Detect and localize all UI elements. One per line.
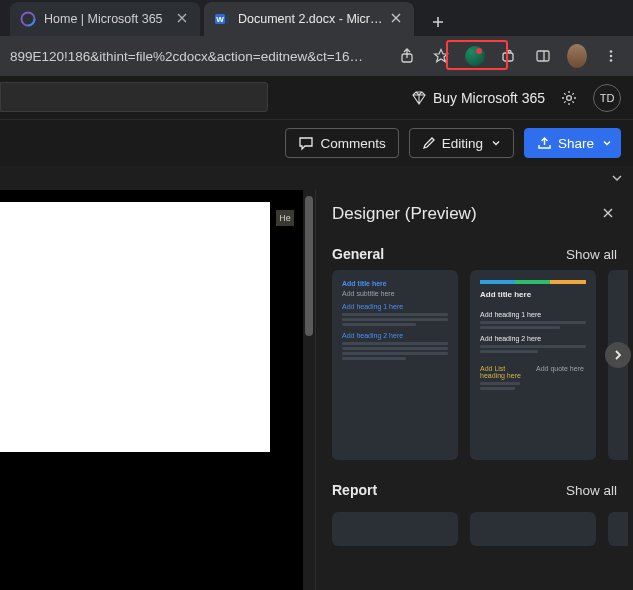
title-area-truncated [0, 82, 268, 112]
designer-pane: Designer (Preview) General Show all Add … [315, 190, 633, 590]
share-arrow-icon [537, 136, 552, 151]
new-tab-button[interactable] [424, 8, 452, 36]
scrollbar-thumb[interactable] [305, 196, 313, 336]
ribbon-collapse-toggle[interactable] [0, 166, 633, 190]
vertical-scrollbar[interactable] [303, 190, 315, 590]
next-templates-button[interactable] [605, 342, 631, 368]
section-name: General [332, 246, 384, 262]
svg-rect-6 [537, 51, 549, 61]
grammarly-extension-icon[interactable] [465, 46, 485, 66]
chevron-down-icon [602, 138, 612, 148]
text-marker: He [276, 210, 294, 226]
svg-point-11 [567, 95, 572, 100]
svg-rect-4 [225, 14, 229, 24]
account-badge[interactable]: TD [593, 84, 621, 112]
browser-tab-home[interactable]: Home | Microsoft 365 [10, 2, 200, 36]
template-card[interactable]: Add title here Add subtitle here Add hea… [332, 270, 458, 460]
show-all-report[interactable]: Show all [566, 483, 617, 498]
profile-avatar[interactable] [567, 46, 587, 66]
template-card[interactable] [470, 512, 596, 546]
browser-tab-document[interactable]: W Document 2.docx - Microsoft W [204, 2, 414, 36]
close-pane-button[interactable] [601, 206, 617, 222]
tab-title: Document 2.docx - Microsoft W [238, 12, 384, 26]
svg-point-10 [610, 59, 613, 62]
browser-tab-strip: Home | Microsoft 365 W Document 2.docx -… [0, 0, 633, 36]
svg-point-9 [610, 55, 613, 58]
show-all-general[interactable]: Show all [566, 247, 617, 262]
accent-bar [480, 280, 586, 284]
section-general-header: General Show all [316, 238, 633, 270]
address-bar-actions [391, 46, 627, 66]
tab-title: Home | Microsoft 365 [44, 12, 170, 26]
address-bar: 899E120!186&ithint=file%2cdocx&action=ed… [0, 36, 633, 76]
template-card[interactable]: Add title here Add heading 1 here Add he… [470, 270, 596, 460]
main-content: He Designer (Preview) General Show all A… [0, 190, 633, 590]
buy-microsoft-365-link[interactable]: Buy Microsoft 365 [411, 90, 545, 106]
share-page-icon[interactable] [397, 46, 417, 66]
section-name: Report [332, 482, 377, 498]
chevron-down-icon [491, 138, 501, 148]
template-card[interactable] [332, 512, 458, 546]
word-icon: W [214, 11, 230, 27]
svg-text:W: W [216, 15, 224, 24]
report-templates-row [316, 506, 633, 546]
premium-diamond-icon [411, 90, 427, 106]
kebab-menu-icon[interactable] [601, 46, 621, 66]
close-icon[interactable] [176, 12, 190, 26]
editing-mode-button[interactable]: Editing [409, 128, 514, 158]
bookmark-star-icon[interactable] [431, 46, 451, 66]
close-icon[interactable] [390, 12, 404, 26]
extensions-icon[interactable] [499, 46, 519, 66]
page[interactable] [0, 202, 270, 452]
comment-icon [298, 135, 314, 151]
side-panel-icon[interactable] [533, 46, 553, 66]
designer-title: Designer (Preview) [332, 204, 477, 224]
settings-gear-icon[interactable] [559, 88, 579, 108]
buy-label: Buy Microsoft 365 [433, 90, 545, 106]
section-report-header: Report Show all [316, 474, 633, 506]
document-toolbar: Comments Editing Share [0, 120, 633, 166]
pencil-icon [422, 136, 436, 150]
template-card-peek[interactable] [608, 512, 628, 546]
app-header: Buy Microsoft 365 TD [0, 76, 633, 120]
svg-point-8 [610, 50, 613, 53]
share-button[interactable]: Share [524, 128, 621, 158]
document-canvas[interactable]: He [0, 190, 315, 590]
comments-button[interactable]: Comments [285, 128, 398, 158]
m365-icon [20, 11, 36, 27]
url-display[interactable]: 899E120!186&ithint=file%2cdocx&action=ed… [6, 49, 391, 64]
general-templates-row: Add title here Add subtitle here Add hea… [316, 270, 633, 460]
